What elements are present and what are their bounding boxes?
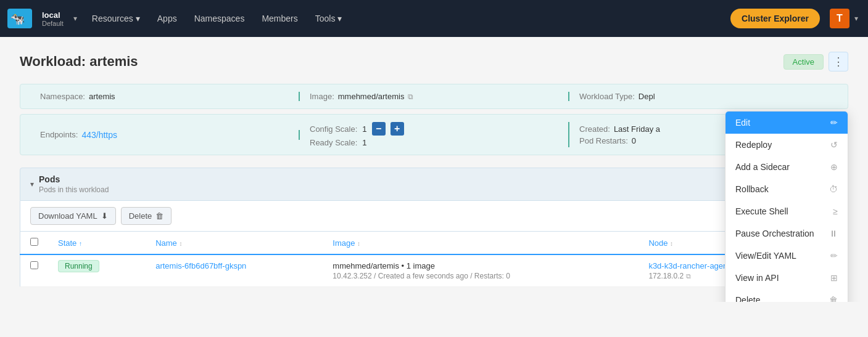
download-icon: ⬇ xyxy=(101,211,108,221)
cluster-name: local xyxy=(42,10,64,20)
name-cell: artemis-6fb6d67bff-gkspn xyxy=(146,254,323,287)
cluster-dropdown-btn[interactable]: ▾ xyxy=(71,13,80,24)
workload-type-cell: Workload Type: Depl xyxy=(569,92,838,101)
svg-text:🐄: 🐄 xyxy=(10,12,25,26)
dropdown-item-rollback[interactable]: Rollback ⏱ xyxy=(725,178,848,200)
scale-controls: − + xyxy=(372,122,404,136)
cluster-explorer-button[interactable]: Cluster Explorer xyxy=(730,9,820,28)
copy-icon[interactable]: ⧉ xyxy=(408,92,413,101)
dropdown-item-add-sidecar[interactable]: Add a Sidecar ⊕ xyxy=(725,156,848,178)
chevron-down-icon: ▾ xyxy=(337,14,342,23)
page-header: Workload: artemis Active ⋮ xyxy=(20,52,848,71)
state-cell: Running xyxy=(48,254,146,287)
table-header-row: State ↑ Name ↕ Image ↕ Node ↕ xyxy=(20,232,848,254)
cluster-default: Default xyxy=(42,20,64,27)
table-row: Running artemis-6fb6d67bff-gkspn mmehmed… xyxy=(20,254,848,287)
header-right: Active ⋮ xyxy=(783,52,848,71)
col-header-name[interactable]: Name ↕ xyxy=(146,232,323,254)
image-cell: mmehmed/artemis • 1 image 10.42.3.252 / … xyxy=(323,254,639,287)
user-menu-button[interactable]: T xyxy=(830,9,849,28)
scale-up-button[interactable]: + xyxy=(391,122,404,136)
sort-icon: ↕ xyxy=(357,240,360,247)
row-checkbox-cell xyxy=(20,254,49,287)
context-dropdown-menu: Edit ✏ Redeploy ↺ Add a Sidecar ⊕ Rollba… xyxy=(725,111,848,302)
select-all-header xyxy=(20,232,49,254)
sort-icon: ↕ xyxy=(179,240,182,247)
nav-members[interactable]: Members xyxy=(254,9,305,28)
rancher-logo: 🐄 xyxy=(7,9,32,28)
image-cell: Image: mmehmed/artemis ⧉ xyxy=(300,92,569,101)
main-content: Workload: artemis Active ⋮ Namespace: ar… xyxy=(0,37,868,302)
nav-tools[interactable]: Tools ▾ xyxy=(308,9,350,28)
trash-icon: 🗑 xyxy=(155,211,163,221)
dropdown-item-view-edit-yaml[interactable]: View/Edit YAML ✏ xyxy=(725,245,848,267)
download-yaml-button[interactable]: Download YAML ⬇ xyxy=(30,207,116,225)
page-title: Workload: artemis xyxy=(20,54,138,70)
pause-icon: ⏸ xyxy=(829,229,838,238)
nav-namespaces[interactable]: Namespaces xyxy=(187,9,252,28)
workload-info-row-2: Endpoints: 443/https Config Scale: 1 − +… xyxy=(20,114,848,155)
pod-name-link[interactable]: artemis-6fb6d67bff-gkspn xyxy=(155,261,246,270)
dropdown-item-redeploy[interactable]: Redeploy ↺ xyxy=(725,134,848,156)
pods-subtitle: Pods in this workload xyxy=(39,185,109,194)
namespace-cell: Namespace: artemis xyxy=(30,92,300,101)
dropdown-item-view-in-api[interactable]: View in API ⊞ xyxy=(725,267,848,289)
yaml-edit-icon: ✏ xyxy=(830,251,838,261)
user-dropdown-btn[interactable]: ▾ xyxy=(852,13,861,24)
delete-button[interactable]: Delete 🗑 xyxy=(121,207,172,225)
image-primary: mmehmed/artemis • 1 image xyxy=(333,261,629,270)
add-icon: ⊕ xyxy=(830,162,838,172)
scale-cell: Config Scale: 1 − + Ready Scale: 1 xyxy=(300,122,569,147)
state-badge: Running xyxy=(58,260,99,272)
nav-links: Resources ▾ Apps Namespaces Members Tool… xyxy=(85,9,725,28)
dropdown-item-pause-orchestration[interactable]: Pause Orchestration ⏸ xyxy=(725,222,848,245)
redeploy-icon: ↺ xyxy=(830,140,838,150)
pods-header: ▾ Pods Pods in this workload xyxy=(20,168,848,201)
pods-toolbar: Download YAML ⬇ Delete 🗑 xyxy=(20,201,848,232)
user-area: T ▾ xyxy=(830,9,861,28)
edit-icon: ✏ xyxy=(830,118,838,128)
col-header-image[interactable]: Image ↕ xyxy=(323,232,639,254)
node-name-link[interactable]: k3d-k3d-rancher-agent-2 xyxy=(648,261,737,270)
workload-info-row-1: Namespace: artemis Image: mmehmed/artemi… xyxy=(20,84,848,109)
cluster-info: local Default xyxy=(42,10,64,27)
pods-collapse-icon[interactable]: ▾ xyxy=(30,180,34,189)
select-all-checkbox[interactable] xyxy=(30,238,38,246)
row-checkbox[interactable] xyxy=(30,261,38,269)
endpoints-cell: Endpoints: 443/https xyxy=(30,130,300,140)
dropdown-item-delete[interactable]: Delete 🗑 xyxy=(725,289,848,302)
nav-resources[interactable]: Resources ▾ xyxy=(85,9,147,28)
status-badge: Active xyxy=(783,54,824,70)
nav-apps[interactable]: Apps xyxy=(150,9,184,28)
pods-table: State ↑ Name ↕ Image ↕ Node ↕ xyxy=(20,232,848,287)
top-navigation: 🐄 local Default ▾ Resources ▾ Apps Names… xyxy=(0,0,868,37)
dropdown-item-edit[interactable]: Edit ✏ xyxy=(725,112,848,134)
sort-icon: ↕ xyxy=(670,240,673,247)
endpoint-link[interactable]: 443/https xyxy=(81,130,117,140)
api-icon: ⊞ xyxy=(830,273,838,283)
sort-icon: ↑ xyxy=(79,240,82,247)
scale-down-button[interactable]: − xyxy=(372,122,386,136)
kebab-menu-button[interactable]: ⋮ xyxy=(829,52,848,71)
chevron-down-icon: ▾ xyxy=(136,14,140,23)
logo-area: 🐄 xyxy=(7,9,32,28)
delete-icon: 🗑 xyxy=(829,295,838,302)
col-header-state[interactable]: State ↑ xyxy=(48,232,146,254)
pods-title: Pods xyxy=(39,174,109,184)
shell-icon: ≥ xyxy=(833,206,838,216)
image-secondary: 10.42.3.252 / Created a few seconds ago … xyxy=(333,272,629,280)
copy-icon[interactable]: ⧉ xyxy=(686,272,691,280)
pods-section: ▾ Pods Pods in this workload Download YA… xyxy=(20,168,848,287)
rollback-icon: ⏱ xyxy=(829,184,838,194)
dropdown-item-execute-shell[interactable]: Execute Shell ≥ xyxy=(725,200,848,222)
